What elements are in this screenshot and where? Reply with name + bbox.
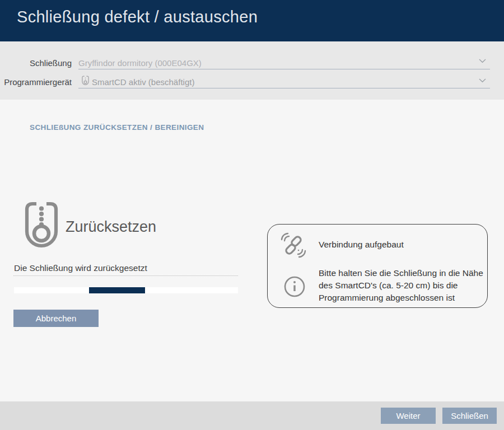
progress-status-text: Die Schließung wird zurückgesetzt — [14, 263, 147, 273]
lock-label: Schließung — [0, 58, 72, 68]
dotted-divider — [13, 275, 238, 276]
instruction-text: Bitte halten Sie die Schließung in die N… — [319, 267, 487, 304]
page-title: Schließung defekt / austauschen — [17, 8, 258, 26]
next-button[interactable]: Weiter — [381, 408, 436, 424]
programmer-label: Programmiergerät — [0, 77, 72, 87]
chevron-down-icon[interactable] — [479, 59, 486, 63]
cancel-button[interactable]: Abbrechen — [13, 310, 99, 327]
connection-status-text: Verbindung aufgebaut — [319, 240, 404, 250]
header: Schließung defekt / austauschen — [0, 0, 504, 41]
lock-cylinder-icon — [25, 202, 58, 249]
lock-select[interactable] — [78, 56, 490, 71]
section-title: SCHLIEßUNG ZURÜCKSETZEN / BEREINIGEN — [30, 123, 204, 132]
close-button[interactable]: Schließen — [442, 408, 497, 424]
info-icon — [283, 275, 306, 298]
step-title: Zurücksetzen — [66, 218, 156, 236]
progress-segment — [89, 287, 145, 293]
programmer-select[interactable] — [78, 75, 490, 90]
footer: Weiter Schließen — [0, 401, 504, 430]
info-panel: Verbindung aufgebaut Bitte halten Sie di… — [267, 224, 488, 308]
chevron-down-icon[interactable] — [479, 78, 486, 83]
connection-signal-icon — [281, 232, 306, 258]
progress-bar — [14, 287, 238, 293]
dialog-lock-defective: Schließung defekt / austauschen Schließu… — [0, 0, 504, 430]
form-section: Schließung Gryffindor dormitory (000E04G… — [0, 41, 504, 100]
